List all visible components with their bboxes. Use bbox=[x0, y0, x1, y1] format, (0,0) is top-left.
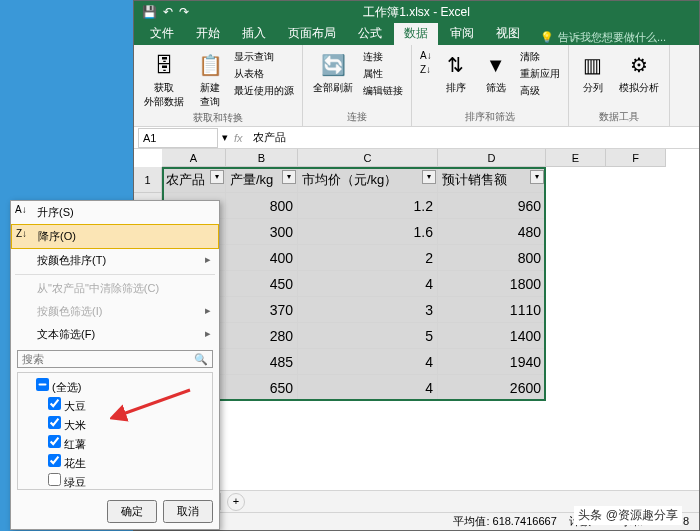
tab-data[interactable]: 数据 bbox=[394, 22, 438, 45]
menu-text-filter[interactable]: 文本筛选(F)▸ bbox=[11, 323, 219, 346]
filter-item[interactable]: 大米 bbox=[22, 415, 208, 434]
cell[interactable]: 1110 bbox=[438, 297, 546, 323]
col-header[interactable]: A bbox=[162, 149, 226, 167]
cell[interactable]: 280 bbox=[226, 323, 298, 349]
cell[interactable]: 450 bbox=[226, 271, 298, 297]
col-header[interactable]: B bbox=[226, 149, 298, 167]
group-label-sort: 排序和筛选 bbox=[418, 110, 562, 124]
cell[interactable]: 产量/kg▾ bbox=[226, 167, 298, 193]
formula-bar[interactable]: 农产品 bbox=[249, 128, 699, 147]
filter-item[interactable]: 绿豆 bbox=[22, 472, 208, 490]
advanced-button[interactable]: 高级 bbox=[518, 83, 562, 99]
cell[interactable]: 1940 bbox=[438, 349, 546, 375]
cell[interactable]: 5 bbox=[298, 323, 438, 349]
formula-bar-row: ▾ fx 农产品 bbox=[134, 127, 699, 149]
cell[interactable]: 485 bbox=[226, 349, 298, 375]
watermark: 头条 @资源趣分享 bbox=[574, 506, 682, 525]
cell[interactable]: 2600 bbox=[438, 375, 546, 401]
add-sheet-button[interactable]: + bbox=[227, 493, 245, 511]
cell[interactable]: 1.2 bbox=[298, 193, 438, 219]
clear-filter-button[interactable]: 清除 bbox=[518, 49, 562, 65]
cell[interactable]: 4 bbox=[298, 349, 438, 375]
col-header[interactable]: C bbox=[298, 149, 438, 167]
filter-item[interactable]: 花生 bbox=[22, 453, 208, 472]
cell[interactable]: 3 bbox=[298, 297, 438, 323]
show-query-button[interactable]: 显示查询 bbox=[232, 49, 296, 65]
filter-checkbox-tree[interactable]: (全选) 大豆 大米 红薯 花生 绿豆 小麦 玉米 芝麻 bbox=[17, 372, 213, 490]
filter-button[interactable]: ▼筛选 bbox=[478, 49, 514, 97]
sort-asc-button[interactable]: A↓ bbox=[418, 49, 434, 62]
cell[interactable]: 800 bbox=[226, 193, 298, 219]
menu-search-box[interactable]: 🔍 bbox=[17, 350, 213, 368]
cancel-button[interactable]: 取消 bbox=[163, 500, 213, 523]
filter-dropdown-icon[interactable]: ▾ bbox=[530, 170, 544, 184]
tell-me[interactable]: 💡告诉我您想要做什么... bbox=[540, 30, 666, 45]
save-icon[interactable]: 💾 bbox=[142, 5, 157, 19]
cell[interactable]: 2 bbox=[298, 245, 438, 271]
col-header[interactable]: D bbox=[438, 149, 546, 167]
menu-sort-asc[interactable]: A↓升序(S) bbox=[11, 201, 219, 224]
cell[interactable]: 800 bbox=[438, 245, 546, 271]
cell[interactable]: 300 bbox=[226, 219, 298, 245]
recent-sources-button[interactable]: 最近使用的源 bbox=[232, 83, 296, 99]
redo-icon[interactable]: ↷ bbox=[179, 5, 189, 19]
reapply-button[interactable]: 重新应用 bbox=[518, 66, 562, 82]
query-icon: 📋 bbox=[196, 51, 224, 79]
cell[interactable]: 4 bbox=[298, 271, 438, 297]
status-average: 平均值: 618.7416667 bbox=[453, 514, 556, 529]
connections-button[interactable]: 连接 bbox=[361, 49, 405, 65]
tab-view[interactable]: 视图 bbox=[486, 22, 530, 45]
cell[interactable]: 960 bbox=[438, 193, 546, 219]
cell[interactable]: 农产品▾ bbox=[162, 167, 226, 193]
filter-dropdown-icon[interactable]: ▾ bbox=[210, 170, 224, 184]
cell[interactable]: 市均价（元/kg）▾ bbox=[298, 167, 438, 193]
from-table-button[interactable]: 从表格 bbox=[232, 66, 296, 82]
properties-button[interactable]: 属性 bbox=[361, 66, 405, 82]
cell[interactable]: 480 bbox=[438, 219, 546, 245]
cell[interactable]: 1.6 bbox=[298, 219, 438, 245]
tab-layout[interactable]: 页面布局 bbox=[278, 22, 346, 45]
filter-dropdown-icon[interactable]: ▾ bbox=[282, 170, 296, 184]
database-icon: 🗄 bbox=[150, 51, 178, 79]
menu-sort-desc[interactable]: Z↓降序(O) bbox=[11, 224, 219, 249]
dropdown-icon[interactable]: ▾ bbox=[222, 131, 228, 144]
filter-item-all[interactable]: (全选) bbox=[22, 377, 208, 396]
search-input[interactable] bbox=[22, 353, 194, 365]
tab-insert[interactable]: 插入 bbox=[232, 22, 276, 45]
cell[interactable]: 370 bbox=[226, 297, 298, 323]
cell[interactable]: 4 bbox=[298, 375, 438, 401]
quick-access-toolbar: 💾 ↶ ↷ bbox=[134, 5, 189, 19]
tab-review[interactable]: 审阅 bbox=[440, 22, 484, 45]
tab-file[interactable]: 文件 bbox=[140, 22, 184, 45]
row-header[interactable]: 1 bbox=[134, 167, 162, 193]
filter-dropdown-icon[interactable]: ▾ bbox=[422, 170, 436, 184]
cell[interactable]: 1400 bbox=[438, 323, 546, 349]
ok-button[interactable]: 确定 bbox=[107, 500, 157, 523]
cell[interactable]: 400 bbox=[226, 245, 298, 271]
sort-desc-button[interactable]: Z↓ bbox=[418, 63, 434, 76]
tab-formula[interactable]: 公式 bbox=[348, 22, 392, 45]
col-header[interactable]: F bbox=[606, 149, 666, 167]
filter-item[interactable]: 红薯 bbox=[22, 434, 208, 453]
text-to-columns-button[interactable]: ▥分列 bbox=[575, 49, 611, 97]
tab-home[interactable]: 开始 bbox=[186, 22, 230, 45]
column-headers: A B C D E F bbox=[162, 149, 699, 167]
menu-sort-by-color[interactable]: 按颜色排序(T)▸ bbox=[11, 249, 219, 272]
group-label-tools: 数据工具 bbox=[575, 110, 663, 124]
cell[interactable]: 1800 bbox=[438, 271, 546, 297]
cell[interactable]: 预计销售额▾ bbox=[438, 167, 546, 193]
sort-button[interactable]: ⇅排序 bbox=[438, 49, 474, 97]
edit-links-button[interactable]: 编辑链接 bbox=[361, 83, 405, 99]
cell[interactable]: 650 bbox=[226, 375, 298, 401]
chevron-right-icon: ▸ bbox=[205, 253, 211, 266]
col-header[interactable]: E bbox=[546, 149, 606, 167]
undo-icon[interactable]: ↶ bbox=[163, 5, 173, 19]
refresh-all-button[interactable]: 🔄全部刷新 bbox=[309, 49, 357, 97]
chevron-right-icon: ▸ bbox=[205, 304, 211, 317]
get-external-data-button[interactable]: 🗄获取 外部数据 bbox=[140, 49, 188, 111]
fx-label: fx bbox=[234, 132, 243, 144]
name-box[interactable] bbox=[138, 128, 218, 148]
what-if-button[interactable]: ⚙模拟分析 bbox=[615, 49, 663, 97]
new-query-button[interactable]: 📋新建 查询 bbox=[192, 49, 228, 111]
filter-item[interactable]: 大豆 bbox=[22, 396, 208, 415]
